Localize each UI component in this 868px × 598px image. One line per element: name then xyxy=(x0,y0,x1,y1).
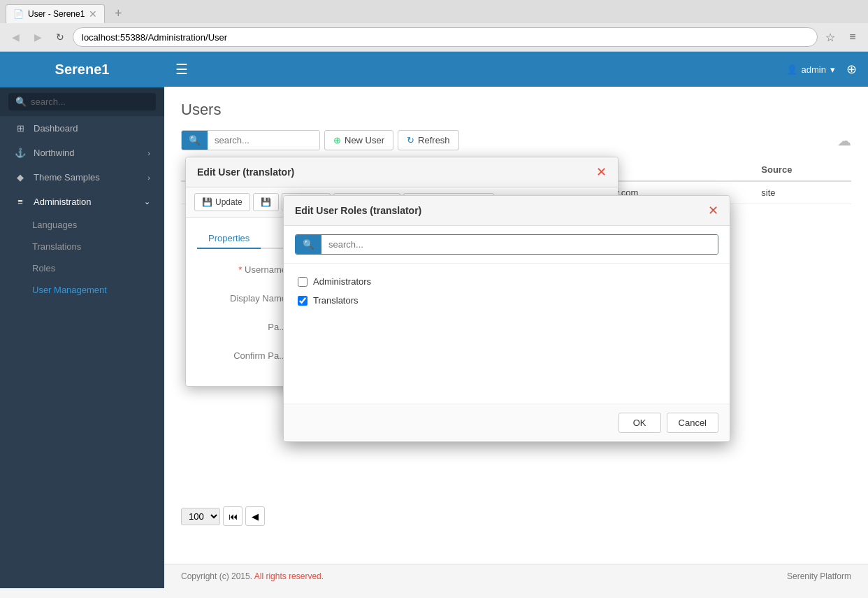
role-item-administrators[interactable]: Administrators xyxy=(298,272,716,291)
page-size-select[interactable]: 100 10 25 50 xyxy=(181,508,220,525)
browser-controls: ◀ ▶ ↻ ☆ ≡ xyxy=(0,23,868,51)
share-button[interactable]: ⊕ xyxy=(846,62,857,77)
sidebar-sub-label-translations: Translations xyxy=(32,241,81,252)
tab-properties[interactable]: Properties xyxy=(197,229,261,249)
edit-user-close-button[interactable]: ✕ xyxy=(596,164,607,180)
sidebar-search-area: 🔍 xyxy=(0,87,164,116)
modal-save-icon-button[interactable]: 💾 xyxy=(253,193,279,211)
edit-roles-modal-header: Edit User Roles (translator) ✕ xyxy=(284,196,730,226)
menu-toggle-button[interactable]: ☰ xyxy=(175,61,188,78)
roles-search-button[interactable]: 🔍 xyxy=(296,235,321,254)
page-title: Users xyxy=(181,101,851,119)
user-icon: 👤 xyxy=(786,64,797,75)
new-user-button[interactable]: ⊕ New User xyxy=(324,130,393,150)
app-footer: Copyright (c) 2015. All rights reserved.… xyxy=(164,564,868,588)
main-content: Users 🔍 ⊕ New User ↻ Refresh xyxy=(164,87,868,588)
user-menu-button[interactable]: 👤 admin ▾ xyxy=(786,64,835,75)
new-user-label: New User xyxy=(345,135,384,145)
floppy-icon: 💾 xyxy=(261,197,271,207)
sidebar-item-theme-samples[interactable]: ◆ Theme Samples › xyxy=(0,165,164,190)
menu-icon[interactable]: ≡ xyxy=(843,27,862,47)
username-label: * Username xyxy=(197,264,295,275)
edit-user-modal-title: Edit User (translator) xyxy=(197,166,294,178)
translators-label: Translators xyxy=(313,295,359,306)
plus-icon: ⊕ xyxy=(333,135,341,145)
sidebar-search-icon: 🔍 xyxy=(15,97,27,107)
user-dropdown-icon: ▾ xyxy=(830,64,835,75)
cloud-icon: ☁ xyxy=(837,132,851,149)
sidebar-item-label-theme: Theme Samples xyxy=(34,172,100,183)
tab-icon: 📄 xyxy=(13,9,24,19)
roles-search-box: 🔍 xyxy=(295,234,718,255)
address-bar[interactable] xyxy=(73,27,818,47)
sidebar-item-translations[interactable]: Translations xyxy=(0,236,164,257)
content-area: Users 🔍 ⊕ New User ↻ Refresh xyxy=(164,87,868,564)
user-label: admin xyxy=(802,64,826,75)
sidebar-item-user-management[interactable]: User Management xyxy=(0,279,164,301)
chevron-down-icon: ⌄ xyxy=(144,197,150,206)
sidebar-search-box: 🔍 xyxy=(8,93,156,111)
new-tab-button[interactable]: + xyxy=(108,5,129,23)
search-input[interactable] xyxy=(208,131,319,150)
list-icon: ≡ xyxy=(14,197,27,207)
edit-roles-modal-footer: OK Cancel xyxy=(284,404,730,441)
footer-rights-link[interactable]: All rights reserved. xyxy=(254,571,324,581)
browser-chrome: 📄 User - Serene1 ✕ + ◀ ▶ ↻ ☆ ≡ xyxy=(0,0,868,52)
sidebar-sub-label-roles: Roles xyxy=(32,263,55,273)
sidebar-sub-label-languages: Languages xyxy=(32,220,77,230)
sidebar-item-administration[interactable]: ≡ Administration ⌄ xyxy=(0,190,164,214)
password-label: Pa... xyxy=(197,322,295,332)
edit-roles-modal: Edit User Roles (translator) ✕ 🔍 Adminis… xyxy=(283,195,730,442)
footer-copyright: Copyright (c) 2015. All rights reserved. xyxy=(181,571,324,581)
cancel-button[interactable]: Cancel xyxy=(667,413,718,433)
dashboard-icon: ⊞ xyxy=(14,123,27,134)
col-source[interactable]: Source xyxy=(753,159,851,181)
bookmark-icon[interactable]: ☆ xyxy=(820,27,840,47)
first-page-button[interactable]: ⏮ xyxy=(223,506,243,526)
tab-close-button[interactable]: ✕ xyxy=(89,8,97,20)
browser-titlebar: 📄 User - Serene1 ✕ + xyxy=(0,0,868,23)
cell-source: site xyxy=(753,181,851,204)
prev-page-button[interactable]: ◀ xyxy=(245,506,265,526)
refresh-button[interactable]: ↻ Refresh xyxy=(398,130,459,150)
administrators-label: Administrators xyxy=(313,276,371,287)
edit-roles-close-button[interactable]: ✕ xyxy=(708,203,718,218)
toolbar: 🔍 ⊕ New User ↻ Refresh ☁ xyxy=(181,130,851,150)
footer-platform: Serenity Platform xyxy=(787,571,851,581)
anchor-icon: ⚓ xyxy=(14,148,27,158)
roles-list: Administrators Translators xyxy=(284,264,730,404)
sidebar-item-label-northwind: Northwind xyxy=(34,148,75,158)
sidebar-sub-label-user-management: User Management xyxy=(32,285,107,295)
update-button[interactable]: 💾 Update xyxy=(194,193,250,211)
refresh-icon: ↻ xyxy=(407,135,414,145)
update-label: Update xyxy=(215,197,243,207)
roles-search-bar: 🔍 xyxy=(284,226,730,264)
sidebar-item-roles[interactable]: Roles xyxy=(0,257,164,279)
sidebar-search-input[interactable] xyxy=(31,97,149,107)
edit-roles-modal-title: Edit User Roles (translator) xyxy=(295,205,421,216)
sidebar-item-northwind[interactable]: ⚓ Northwind › xyxy=(0,141,164,165)
roles-search-input[interactable] xyxy=(321,235,718,254)
tab-title: User - Serene1 xyxy=(28,9,85,19)
confirm-password-label: Confirm Pa... xyxy=(197,350,295,361)
refresh-label: Refresh xyxy=(418,135,450,145)
update-icon: 💾 xyxy=(202,197,212,207)
ok-button[interactable]: OK xyxy=(619,413,661,433)
sidebar-brand: Serene1 xyxy=(0,52,164,87)
administrators-checkbox[interactable] xyxy=(298,277,308,287)
sidebar-item-languages[interactable]: Languages xyxy=(0,214,164,236)
search-button[interactable]: 🔍 xyxy=(182,131,208,150)
diamond-icon: ◆ xyxy=(14,172,27,183)
translators-checkbox[interactable] xyxy=(298,296,308,306)
sidebar-item-dashboard[interactable]: ⊞ Dashboard xyxy=(0,116,164,141)
edit-user-modal-header: Edit User (translator) ✕ xyxy=(186,157,618,187)
browser-tab-active[interactable]: 📄 User - Serene1 ✕ xyxy=(6,4,105,23)
role-item-translators[interactable]: Translators xyxy=(298,291,716,310)
chevron-right-icon: › xyxy=(147,149,150,157)
forward-button[interactable]: ▶ xyxy=(28,27,48,47)
chevron-right-icon-theme: › xyxy=(147,173,150,182)
reload-button[interactable]: ↻ xyxy=(50,27,70,47)
display-name-label: Display Name xyxy=(197,293,295,304)
search-box: 🔍 xyxy=(181,130,320,150)
back-button[interactable]: ◀ xyxy=(6,27,25,47)
